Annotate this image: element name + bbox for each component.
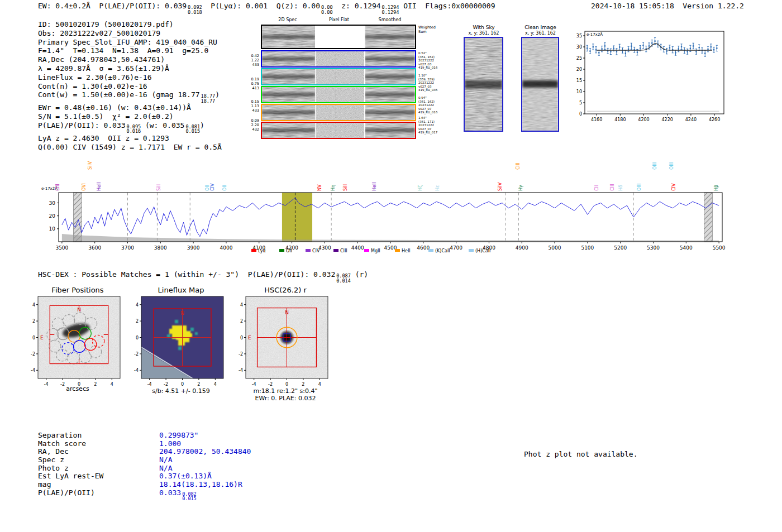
header-summary: EW: 0.4±0.2Å P(LAE)/P(OII): 0.0390.0920.… xyxy=(38,2,495,15)
match-row-value: 0.37(±0.13)Å xyxy=(159,472,212,480)
spec2d-row xyxy=(261,50,416,68)
match-row-value: 0.299873" xyxy=(159,431,198,439)
match-row-value: 1.000 xyxy=(159,439,181,448)
svg-text:3600: 3600 xyxy=(88,245,101,251)
info-line: EWr = 0.48(±0.16) (w: 0.43(±0.14))Å xyxy=(38,103,222,112)
plusminus-stack: 0.0950.016 xyxy=(127,124,141,134)
svg-text:-2: -2 xyxy=(31,352,35,357)
match-row-value: 18.14(18.13,18.16)R xyxy=(159,480,242,488)
svg-text:3900: 3900 xyxy=(187,245,200,251)
spec2d-right-annotation: 0.52"(361, 162)20231222v027_03419_RU_016 xyxy=(418,51,457,70)
svg-text:-2: -2 xyxy=(164,382,168,387)
spec2d-strip xyxy=(365,26,415,48)
plusminus-stack: 18.7718.77 xyxy=(201,94,216,103)
svg-text:-4: -4 xyxy=(239,368,243,373)
svg-text:OIII: OIII xyxy=(637,184,642,191)
svg-text:CIII: CIII xyxy=(340,248,347,253)
svg-text:2: 2 xyxy=(240,319,243,324)
svg-text:4600: 4600 xyxy=(417,245,430,251)
svg-text:5500: 5500 xyxy=(713,245,726,251)
spec2d-strip xyxy=(365,123,415,138)
svg-text:CIII: CIII xyxy=(55,184,60,191)
match-table-row: Spec zN/A xyxy=(38,456,103,464)
plusminus-stack: 0.000.00 xyxy=(321,5,332,15)
clean-image-coords: x, y: 361, 162 xyxy=(517,31,564,36)
svg-text:Hε: Hε xyxy=(435,185,440,191)
svg-text:4: 4 xyxy=(32,303,35,308)
svg-text:4000: 4000 xyxy=(220,245,232,251)
with-sky-noise xyxy=(465,38,502,131)
svg-text:5100: 5100 xyxy=(581,245,594,251)
spec2d-row xyxy=(261,25,416,49)
with-sky-image xyxy=(464,37,503,132)
compass-east: E xyxy=(248,335,251,341)
svg-text:-4: -4 xyxy=(31,368,35,373)
svg-text:(K)CaII: (K)CaII xyxy=(435,248,450,253)
svg-text:4200: 4200 xyxy=(638,117,649,122)
match-row-label: mag xyxy=(38,480,51,488)
hsc-dex-match-line: HSC-DEX : Possible Matches = 1 (within +… xyxy=(38,270,368,283)
svg-text:CIV: CIV xyxy=(312,248,320,253)
info-line: λ = 4209.87Å σ = 3.65(±1.29)Å xyxy=(38,64,222,73)
svg-text:0: 0 xyxy=(181,382,184,387)
info-line: Q(0.00) CIV (1549) z = 1.7171 EW r = 0.5… xyxy=(38,143,222,152)
svg-text:4180: 4180 xyxy=(614,117,626,122)
match-row-label: Separation xyxy=(38,431,82,439)
svg-text:Hη: Hη xyxy=(331,185,336,191)
match-row-value: N/A xyxy=(159,456,172,464)
spec2d-strip xyxy=(262,105,315,120)
plusminus-stack: 0.0920.018 xyxy=(188,5,202,15)
svg-text:(H)CaII: (H)CaII xyxy=(475,248,490,253)
weighted-sum-label: Weighted Sum xyxy=(418,26,436,34)
lineflux-xlabel: s/b: 4.51 +/- 0.159 xyxy=(128,387,234,395)
spec2d-strip xyxy=(262,123,315,138)
svg-text:5: 5 xyxy=(579,100,582,106)
spec2d-strip xyxy=(316,51,364,66)
svg-text:-4: -4 xyxy=(134,368,139,373)
clean-image-title: Clean Image xyxy=(517,25,564,30)
plusminus-stack: 0.0820.015 xyxy=(182,492,197,501)
svg-text:4700: 4700 xyxy=(450,245,462,251)
spec2d-right-annotation: 1.10"(359, 339)20231222v027_03419_RU_036 xyxy=(418,74,457,92)
svg-text:CII: CII xyxy=(594,185,599,191)
spec2d-left-label: 0.190.75413 xyxy=(235,77,259,90)
spec2d-strip xyxy=(262,51,315,66)
spec2d-strip xyxy=(316,69,364,84)
spec2d-row xyxy=(261,122,416,139)
svg-text:OIII: OIII xyxy=(669,162,674,170)
match-row-label: Match score xyxy=(38,439,86,448)
match-table-row: Photo zN/A xyxy=(38,464,103,472)
svg-text:CIV: CIV xyxy=(671,183,676,191)
plusminus-stack: 0.0810.015 xyxy=(185,124,200,134)
info-line: S/N = 5.1(±0.5) χ² = 2.0(±0.2) xyxy=(38,112,222,121)
spec2d-right-annotation: 0.94"(361, 162)20231222v027_07419_RU_016 xyxy=(418,96,457,114)
match-row-label: Spec z xyxy=(38,456,64,464)
svg-text:3700: 3700 xyxy=(121,245,134,251)
svg-text:-2: -2 xyxy=(239,352,243,357)
clean-image xyxy=(521,37,559,132)
svg-text:4400: 4400 xyxy=(351,245,364,251)
errorbar-points xyxy=(586,38,718,57)
spec2d-strip xyxy=(262,69,315,84)
svg-text:-4: -4 xyxy=(252,382,256,387)
svg-text:HeII: HeII xyxy=(372,182,377,191)
spec2d-row xyxy=(261,68,416,85)
match-table-row: RA, Dec204.978002, 50.434840 xyxy=(38,447,103,456)
match-table-row: Separation0.299873" xyxy=(38,431,103,439)
col-header-2d-spec: 2D Spec xyxy=(261,17,314,22)
catalog-match-table: Separation0.299873"Match score1.000RA, D… xyxy=(38,431,103,497)
spec2d-strip xyxy=(316,87,364,102)
svg-text:e-17x2Å: e-17x2Å xyxy=(586,32,603,37)
svg-text:10: 10 xyxy=(576,89,582,94)
svg-text:OII: OII xyxy=(286,248,292,253)
info-line: F=1.4" T=0.134 N=1.38 A=0.91 g=25.0 xyxy=(38,46,222,55)
compass-north: N xyxy=(180,310,184,316)
spec2d-right-annotation: 1.64"(361, 171)20231222v027_07419_RU_017 xyxy=(418,116,457,135)
info-line: Cont(n) = 1.30(±0.02)e-16 xyxy=(38,82,222,91)
svg-text:CIII: CIII xyxy=(610,184,615,191)
spec2d-strip xyxy=(262,87,315,102)
phot-z-note: Phot z plot not available. xyxy=(524,450,638,459)
spectrum-line xyxy=(62,198,719,236)
svg-text:15: 15 xyxy=(576,78,582,83)
svg-text:CIV: CIV xyxy=(210,183,215,191)
